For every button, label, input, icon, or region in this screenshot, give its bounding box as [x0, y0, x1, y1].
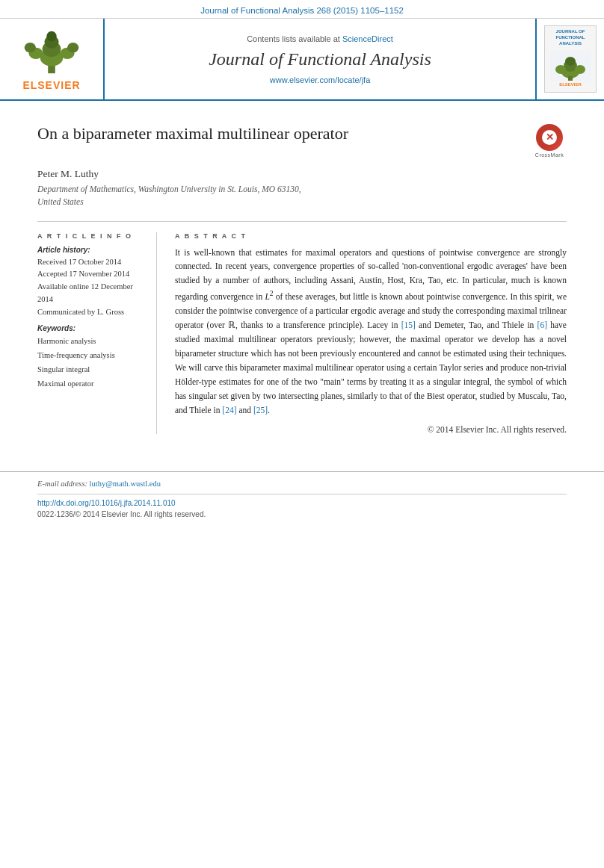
journal-cover-thumbnail: JOURNAL OF FUNCTIONAL ANALYSIS ELSEVIER	[544, 25, 597, 93]
svg-point-4	[46, 31, 56, 40]
keyword-harmonic: Harmonic analysis	[37, 335, 146, 349]
main-content-area: On a biparameter maximal multilinear ope…	[0, 101, 604, 449]
thumb-elsevier-label: ELSEVIER	[559, 82, 582, 87]
communicated-by: Communicated by L. Gross	[37, 306, 146, 319]
author-email-link[interactable]: luthy@math.wustl.edu	[90, 480, 161, 488]
svg-rect-13	[568, 76, 573, 81]
journal-citation-text: Journal of Functional Analysis 268 (2015…	[200, 6, 404, 15]
abstract-heading: A B S T R A C T	[175, 232, 567, 240]
article-history-label: Article history:	[37, 246, 146, 254]
email-label-text: E-mail address:	[37, 480, 87, 488]
elsevier-brand-label: ELSEVIER	[22, 79, 80, 91]
crossmark-inner-icon: ✕	[542, 130, 557, 145]
svg-point-6	[25, 43, 36, 52]
crossmark-circle-icon: ✕	[536, 124, 563, 151]
author-affiliation: Department of Mathematics, Washington Un…	[37, 183, 567, 209]
article-info-abstract-section: A R T I C L E I N F O Article history: R…	[37, 221, 567, 434]
contents-available-text: Contents lists available at ScienceDirec…	[247, 34, 393, 43]
ref-15-link[interactable]: [15]	[401, 320, 416, 329]
ref-24-link[interactable]: [24]	[222, 406, 236, 415]
thumb-journal-title: JOURNAL OF FUNCTIONAL ANALYSIS	[556, 29, 585, 46]
keyword-timefreq: Time-frequency analysis	[37, 349, 146, 363]
issn-text: 0022-1236/© 2014 Elsevier Inc. All right…	[37, 510, 567, 518]
svg-point-15	[575, 65, 585, 74]
crossmark-badge[interactable]: ✕ CrossMark	[532, 123, 567, 158]
journal-header: ELSEVIER Contents lists available at Sci…	[0, 19, 604, 101]
journal-thumbnail-area: JOURNAL OF FUNCTIONAL ANALYSIS ELSEVIER	[537, 19, 604, 99]
journal-name-title: Journal of Functional Analysis	[209, 49, 431, 69]
footer-divider	[37, 494, 567, 495]
email-line: E-mail address: luthy@math.wustl.edu	[37, 480, 567, 488]
article-info-column: A R T I C L E I N F O Article history: R…	[37, 232, 157, 434]
svg-point-14	[555, 65, 566, 74]
elsevier-logo: ELSEVIER	[0, 19, 105, 99]
ref-6-link[interactable]: [6]	[537, 320, 547, 329]
available-online-date: Available online 12 December 2014	[37, 281, 146, 306]
svg-point-8	[67, 43, 78, 52]
thumb-cover-art-icon	[550, 51, 591, 81]
journal-center: Contents lists available at ScienceDirec…	[105, 19, 537, 99]
svg-point-12	[565, 57, 576, 66]
paper-title: On a biparameter maximal multilinear ope…	[37, 123, 517, 145]
author-name: Peter M. Luthy	[37, 168, 567, 180]
footer-area: E-mail address: luthy@math.wustl.edu htt…	[0, 471, 604, 526]
paper-title-row: On a biparameter maximal multilinear ope…	[37, 123, 567, 158]
ref-25-link[interactable]: [25]	[253, 406, 268, 415]
journal-url-text: www.elsevier.com/locate/jfa	[270, 75, 371, 84]
abstract-body: It is well-known that estimates for maxi…	[175, 246, 567, 418]
keyword-singular: Singular integral	[37, 363, 146, 377]
keywords-label: Keywords:	[37, 324, 146, 332]
elsevier-tree-icon	[14, 28, 89, 76]
article-info-heading: A R T I C L E I N F O	[37, 232, 146, 240]
received-date: Received 17 October 2014	[37, 256, 146, 269]
keywords-list: Harmonic analysis Time-frequency analysi…	[37, 335, 146, 391]
copyright-text: © 2014 Elsevier Inc. All rights reserved…	[175, 425, 567, 434]
abstract-column: A B S T R A C T It is well-known that es…	[175, 232, 567, 434]
sciencedirect-link[interactable]: ScienceDirect	[342, 34, 393, 43]
doi-link[interactable]: http://dx.doi.org/10.1016/j.jfa.2014.11.…	[37, 499, 567, 507]
keyword-maximal: Maximal operator	[37, 377, 146, 391]
accepted-date: Accepted 17 November 2014	[37, 268, 146, 281]
journal-citation-bar: Journal of Functional Analysis 268 (2015…	[0, 0, 604, 19]
crossmark-label: CrossMark	[535, 152, 564, 158]
